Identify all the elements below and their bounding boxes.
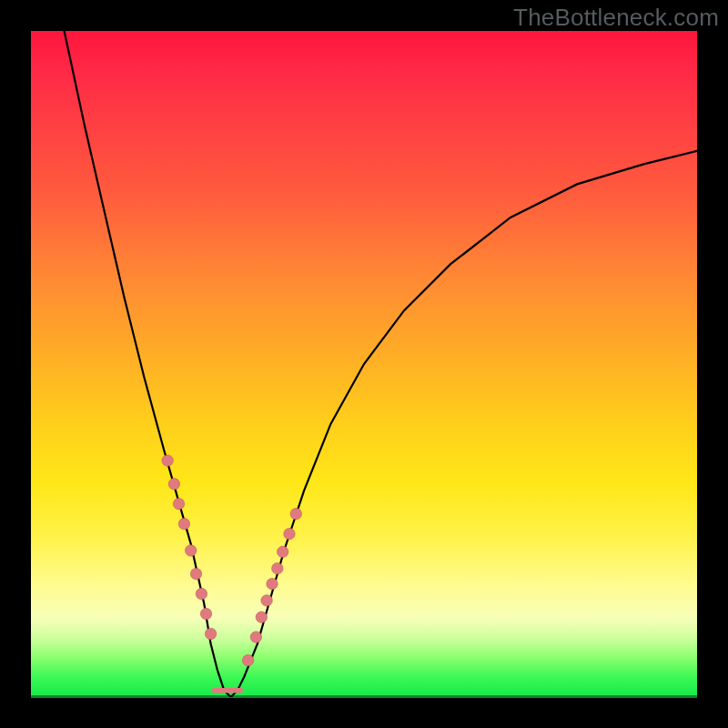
sample-bead [190,568,201,579]
sample-bead [272,563,283,574]
sample-bead [242,655,253,666]
sample-bead [261,595,272,606]
sample-bead [290,509,301,520]
bottleneck-curve [65,31,697,697]
sample-bead [250,632,261,642]
chart-frame: TheBottleneck.com [0,0,728,728]
sample-bead [168,479,179,490]
sample-bead [200,608,211,619]
sample-bead [267,578,278,589]
sample-bead [205,628,216,639]
sample-bead [256,612,267,622]
sample-bead [284,529,295,540]
sample-bead [173,499,184,510]
sample-bead [186,545,197,556]
watermark-text: TheBottleneck.com [513,4,719,32]
sample-bead [162,455,173,466]
curve-overlay [31,31,697,697]
sample-bead [278,546,288,557]
sample-bead [196,588,207,599]
sample-bead [178,519,189,530]
